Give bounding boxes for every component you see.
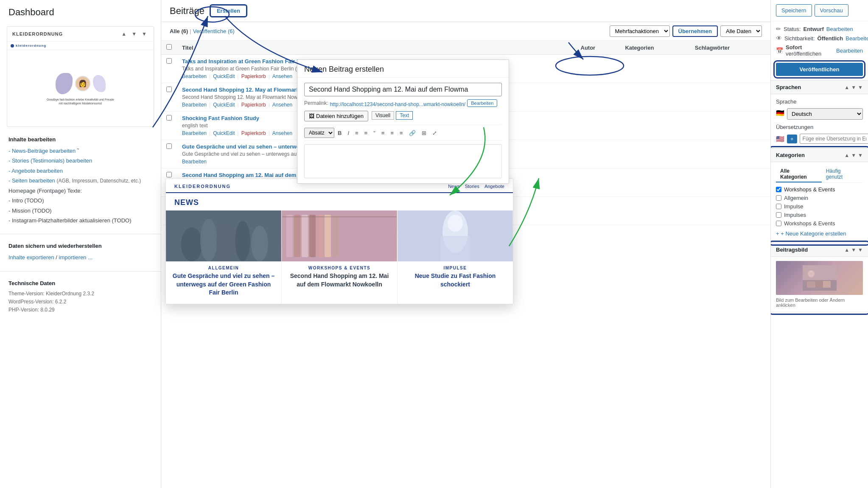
post-title-link[interactable]: Gute Gespräche und viel zu sehen – unter… xyxy=(182,143,395,150)
translation-input[interactable] xyxy=(800,134,868,144)
quick-edit-link[interactable]: QuickEdit xyxy=(213,102,235,108)
lang-close-btn[interactable]: ▼ xyxy=(858,84,863,90)
row-tags xyxy=(690,83,770,112)
homepage-label: Homepage (Frontpage) Texte: xyxy=(8,188,82,194)
seiten-sub: (AGB, Impressum, Datenschutz, etc.) xyxy=(56,178,141,184)
filter-all-link[interactable]: Alle (6) xyxy=(170,28,188,34)
row-category xyxy=(620,55,689,83)
export-link[interactable]: Inhalte exportieren xyxy=(8,254,54,261)
preview-tagline: Goodbye fast-fashion erlebe Kreativität … xyxy=(47,98,115,105)
widget-close-btn[interactable]: ▼ xyxy=(140,30,148,38)
lang-up-btn[interactable]: ▲ xyxy=(844,84,849,90)
cat-up-btn[interactable]: ▲ xyxy=(844,152,849,158)
trash-link[interactable]: Papierkorb xyxy=(241,130,266,136)
bulk-action-select[interactable]: Mehrfachaktionen xyxy=(610,25,670,37)
cat-tab-all[interactable]: Alle Kategorien xyxy=(776,166,822,182)
filter-controls: Mehrfachaktionen Übernehmen Alle Daten xyxy=(610,25,762,37)
date-filter-select[interactable]: Alle Daten xyxy=(720,25,762,37)
edit-link[interactable]: Bearbeiten xyxy=(182,102,207,108)
site-widget-header: KLEIDERORDNUNG ▲ ▼ ▼ xyxy=(7,27,154,42)
cat-checkbox-allgemein[interactable] xyxy=(776,195,781,201)
cat-close-btn[interactable]: ▼ xyxy=(858,152,863,158)
widget-up-btn[interactable]: ▲ xyxy=(120,30,128,38)
page-title: Beiträge xyxy=(170,6,204,17)
publish-time-edit-link[interactable]: Bearbeiten xyxy=(836,48,863,54)
quick-edit-link[interactable]: QuickEdit xyxy=(213,73,235,79)
edit-link[interactable]: Bearbeiten xyxy=(182,130,207,136)
save-button[interactable]: Speichern xyxy=(776,4,812,17)
view-link[interactable]: Ansehen xyxy=(272,73,292,79)
post-title-link[interactable]: Talks and Inspiration at Green Fashion F… xyxy=(182,58,312,65)
status-edit-link[interactable]: Bearbeiten xyxy=(826,26,853,32)
seiten-link[interactable]: - Seiten bearbeiten xyxy=(8,177,55,184)
news-beitraege-link[interactable]: - News-Beiträge bearbeiten xyxy=(8,148,76,154)
import-link[interactable]: importieren ... xyxy=(59,254,92,261)
apply-button[interactable]: Übernehmen xyxy=(672,25,718,37)
beitragsbild-title: Beitragsbild xyxy=(776,247,808,253)
edit-link[interactable]: Bearbeite xyxy=(182,216,204,222)
cat-label-impulse: Impulse xyxy=(784,203,804,210)
beitragsbild-image[interactable] xyxy=(776,261,863,295)
table-row: Gute Gespräche und viel zu sehen – unter… xyxy=(161,140,770,168)
preview-button[interactable]: Vorschau xyxy=(815,4,848,17)
post-actions: Bearbeite xyxy=(182,216,571,222)
status-icon: ✏ xyxy=(776,25,781,32)
beitragsbild-section-header[interactable]: Beitragsbild ▲ ▼ ▼ xyxy=(771,243,868,257)
stories-link[interactable]: - Stories (Testimonials) bearbeiten xyxy=(8,157,92,164)
post-title-link[interactable]: Second Hand Shopping 12. May at Flowmark… xyxy=(182,87,330,93)
view-link[interactable]: Ansehen xyxy=(272,102,292,108)
row-select-checkbox[interactable] xyxy=(166,200,172,206)
cat-item-workshops: Workshops & Events xyxy=(776,186,863,193)
row-select-checkbox[interactable] xyxy=(166,143,172,149)
publish-button[interactable]: Veröffentlichen xyxy=(776,63,863,76)
quick-edit-link[interactable]: QuickEdit xyxy=(213,130,235,136)
cat-down-btn[interactable]: ▼ xyxy=(851,152,856,158)
edit-link[interactable]: Bearbeiten xyxy=(182,159,207,165)
filter-published-link[interactable]: Veröffentliche (6) xyxy=(193,28,235,34)
cat-checkbox-impulse[interactable] xyxy=(776,204,781,209)
visibility-edit-link[interactable]: Bearbeiten xyxy=(846,35,868,42)
visibility-value: Öffentlich xyxy=(818,35,843,42)
sidebar-item[interactable]: - News-Beiträge bearbeiten ˜ xyxy=(8,146,152,156)
trash-link[interactable]: Papierkorb xyxy=(241,102,266,108)
sidebar-item: - Mission (TODO) xyxy=(8,206,152,216)
filter-links: Alle (6) | Veröffentliche (6) xyxy=(170,28,235,34)
preview-logo-text: kleiderordnung xyxy=(16,44,46,48)
post-title-link[interactable]: Neue S... xyxy=(182,200,205,207)
bild-down-btn[interactable]: ▼ xyxy=(851,247,856,253)
row-checkbox xyxy=(161,168,177,197)
post-title-link[interactable]: Shocking Fast Fashion Study xyxy=(182,115,259,121)
bild-close-btn[interactable]: ▼ xyxy=(858,247,863,253)
lang-down-btn[interactable]: ▼ xyxy=(851,84,856,90)
row-select-checkbox[interactable] xyxy=(166,58,172,64)
cat-checkbox-impulses[interactable] xyxy=(776,212,781,218)
cat-checkbox-workshops[interactable] xyxy=(776,187,781,192)
edit-link[interactable]: Bearbeiten xyxy=(182,187,207,193)
view-link[interactable]: Ansehen xyxy=(272,130,292,136)
languages-section-header[interactable]: Sprachen ▲ ▼ ▼ xyxy=(771,81,868,94)
row-select-checkbox[interactable] xyxy=(166,172,172,177)
new-category-button[interactable]: + Neue Kategorie erstellen xyxy=(776,229,846,238)
row-select-checkbox[interactable] xyxy=(166,87,172,92)
sep: | xyxy=(209,102,210,108)
row-category xyxy=(620,112,689,140)
categories-section-header[interactable]: Kategorien ▲ ▼ ▼ xyxy=(771,149,868,162)
sidebar-item[interactable]: - Angebote bearbeiten xyxy=(8,166,152,176)
cat-checkbox-workshops2[interactable] xyxy=(776,221,781,226)
cat-tab-frequent[interactable]: Häufig genutzt xyxy=(822,166,863,182)
edit-link[interactable]: Bearbeiten xyxy=(182,73,207,79)
row-category xyxy=(620,83,689,112)
create-button[interactable]: Erstellen xyxy=(210,4,247,17)
language-select[interactable]: Deutsch xyxy=(787,108,863,120)
sidebar-item[interactable]: - Seiten bearbeiten (AGB, Impressum, Dat… xyxy=(8,176,152,186)
add-translation-btn[interactable]: + xyxy=(787,135,797,143)
post-title-link[interactable]: Second Hand Shopping am 12. Mai auf dem … xyxy=(182,172,355,178)
trash-link[interactable]: Papierkorb xyxy=(241,73,266,79)
categories-section: Kategorien ▲ ▼ ▼ Alle Kategorien Häufig … xyxy=(771,149,868,243)
angebote-link[interactable]: - Angebote bearbeiten xyxy=(8,168,63,174)
widget-down-btn[interactable]: ▼ xyxy=(130,30,138,38)
select-all-checkbox[interactable] xyxy=(166,44,172,50)
row-select-checkbox[interactable] xyxy=(166,115,172,121)
bild-up-btn[interactable]: ▲ xyxy=(844,247,849,253)
sidebar-item[interactable]: - Stories (Testimonials) bearbeiten xyxy=(8,156,152,165)
